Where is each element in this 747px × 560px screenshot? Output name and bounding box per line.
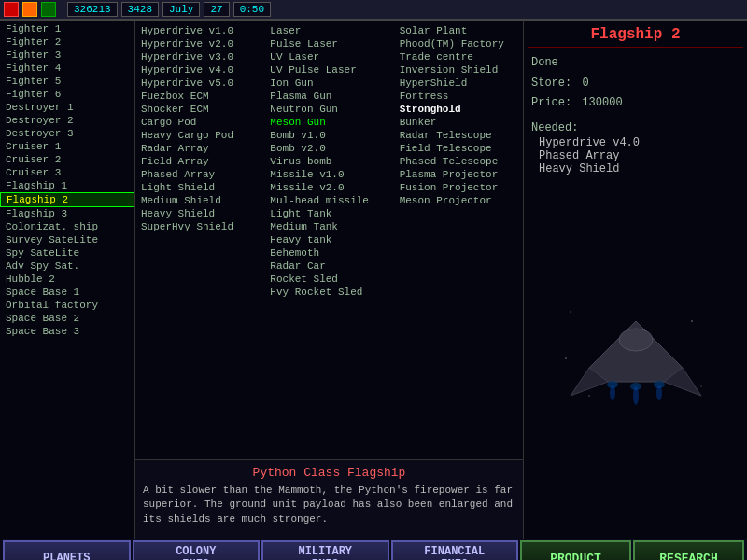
ship-item[interactable]: Space Base 2 xyxy=(0,312,134,325)
store-value: 0 xyxy=(582,77,588,90)
needed-label: Needed: xyxy=(531,121,740,134)
ship-item[interactable]: Cruiser 3 xyxy=(0,166,134,179)
equip-item[interactable]: Meson Projector xyxy=(398,194,519,207)
equip-col-weapons: Laser Pulse Laser UV Laser UV Pulse Lase… xyxy=(264,24,393,455)
equip-item[interactable]: Hyperdrive v4.0 xyxy=(139,63,261,77)
equip-item[interactable]: Phased Array xyxy=(139,168,261,181)
equip-item[interactable]: Light Shield xyxy=(139,181,261,194)
ship-item[interactable]: Fighter 4 xyxy=(0,62,134,75)
equipment-area: Hyperdrive v1.0 Hyperdrive v2.0 Hyperdri… xyxy=(135,21,523,459)
equip-item[interactable]: Laser xyxy=(268,24,389,37)
equip-item[interactable]: Cargo Pod xyxy=(139,116,261,129)
colony-info-button[interactable]: COLONY INFO xyxy=(133,540,261,560)
product-button[interactable]: PRODUCT xyxy=(520,540,631,560)
equip-item[interactable]: Mul-head missile xyxy=(268,194,389,207)
ship-item[interactable]: Spy SateLite xyxy=(0,246,134,259)
minimize-btn[interactable] xyxy=(22,2,37,17)
military-info-button[interactable]: MILITARY INFO xyxy=(261,540,389,560)
equip-item[interactable]: Pulse Laser xyxy=(268,37,389,50)
equip-item[interactable]: Light Tank xyxy=(268,207,389,220)
ship-item[interactable]: Space Base 3 xyxy=(0,325,134,338)
flagship-info: Done Store: 0 Price: 130000 xyxy=(524,49,747,118)
equip-item[interactable]: Radar Array xyxy=(139,142,261,155)
equip-item[interactable]: HyperShield xyxy=(398,77,519,90)
ship-item-flagship2[interactable]: Flagship 2 xyxy=(0,192,134,207)
ship-item[interactable]: Hubble 2 xyxy=(0,273,134,286)
equip-item[interactable]: Phood(TM) Factory xyxy=(398,37,519,50)
military-info-label: MILITARY xyxy=(298,545,352,558)
planets-button[interactable]: PLANETS xyxy=(3,540,131,560)
description-title: Python Class Flagship xyxy=(143,466,515,480)
ship-item[interactable]: Adv Spy Sat. xyxy=(0,259,134,273)
svg-point-14 xyxy=(656,385,662,400)
maximize-btn[interactable] xyxy=(41,2,56,17)
store-label: Store: xyxy=(531,77,571,90)
equip-item[interactable]: Plasma Projector xyxy=(398,168,519,181)
equip-item[interactable]: Ion Gun xyxy=(268,77,389,90)
equip-item[interactable]: Radar Car xyxy=(268,259,389,273)
equip-item[interactable]: Bomb v1.0 xyxy=(268,129,389,142)
ship-item[interactable]: Flagship 1 xyxy=(0,179,134,192)
equip-item[interactable]: Trade centre xyxy=(398,50,519,63)
equip-item[interactable]: Medium Tank xyxy=(268,220,389,233)
close-btn[interactable] xyxy=(4,2,19,17)
equip-item[interactable]: Heavy Cargo Pod xyxy=(139,129,261,142)
ship-item[interactable]: Survey SateLite xyxy=(0,233,134,246)
equip-item[interactable]: Fortress xyxy=(398,90,519,103)
equip-item[interactable]: Field Array xyxy=(139,155,261,168)
equip-item[interactable]: Hvy Rocket Sled xyxy=(268,286,389,299)
equip-item[interactable]: Hyperdrive v1.0 xyxy=(139,24,261,37)
day-display: 27 xyxy=(204,2,229,17)
equip-item[interactable]: Behemoth xyxy=(268,246,389,259)
ship-item[interactable]: Fighter 1 xyxy=(0,22,134,35)
equip-item[interactable]: Missile v1.0 xyxy=(268,168,389,181)
equip-item[interactable]: Inversion Shield xyxy=(398,63,519,77)
ship-item[interactable]: Destroyer 1 xyxy=(0,101,134,114)
financial-info-button[interactable]: FINANCIAL INFO xyxy=(391,540,519,560)
ship-item[interactable]: Orbital factory xyxy=(0,299,134,312)
equip-item[interactable]: Heavy tank xyxy=(268,233,389,246)
equip-item[interactable]: UV Laser xyxy=(268,50,389,63)
equip-item[interactable]: Rocket Sled xyxy=(268,273,389,286)
equip-item[interactable]: Phased Telescope xyxy=(398,155,519,168)
equip-item[interactable]: Medium Shield xyxy=(139,194,261,207)
research-button[interactable]: RESEARCH xyxy=(633,540,744,560)
equip-item-meson[interactable]: Meson Gun xyxy=(268,116,389,129)
equip-item-stronghold[interactable]: Stronghold xyxy=(398,103,519,116)
ship-item[interactable]: Fighter 3 xyxy=(0,49,134,62)
equip-item[interactable]: Neutron Gun xyxy=(268,103,389,116)
ship-item[interactable]: Destroyer 3 xyxy=(0,127,134,140)
ship-item[interactable]: Colonizat. ship xyxy=(0,220,134,233)
svg-point-3 xyxy=(700,385,702,387)
equip-item[interactable]: Radar Telescope xyxy=(398,129,519,142)
ship-item[interactable]: Cruiser 2 xyxy=(0,153,134,166)
svg-point-13 xyxy=(633,386,639,405)
equip-item[interactable]: Shocker ECM xyxy=(139,103,261,116)
equip-item[interactable]: Hyperdrive v2.0 xyxy=(139,37,261,50)
equip-item[interactable]: UV Pulse Laser xyxy=(268,63,389,77)
equip-item[interactable]: Virus bomb xyxy=(268,155,389,168)
equip-item[interactable]: Fusion Projector xyxy=(398,181,519,194)
ship-item[interactable]: Cruiser 1 xyxy=(0,140,134,153)
equip-item[interactable]: Plasma Gun xyxy=(268,90,389,103)
equip-item[interactable]: SuperHvy Shield xyxy=(139,220,261,233)
equip-item[interactable]: Fuezbox ECM xyxy=(139,90,261,103)
equip-item[interactable]: Hyperdrive v3.0 xyxy=(139,50,261,63)
svg-point-12 xyxy=(610,385,615,400)
ship-item[interactable]: Fighter 6 xyxy=(0,88,134,101)
equip-item[interactable]: Bomb v2.0 xyxy=(268,142,389,155)
equip-item[interactable]: Field Telescope xyxy=(398,142,519,155)
needed-item: Heavy Shield xyxy=(531,162,740,175)
ship-item[interactable]: Destroyer 2 xyxy=(0,114,134,127)
svg-point-2 xyxy=(588,395,590,397)
equip-item[interactable]: Solar Plant xyxy=(398,24,519,37)
equip-item[interactable]: Heavy Shield xyxy=(139,207,261,220)
ship-item[interactable]: Fighter 5 xyxy=(0,75,134,88)
ship-item[interactable]: Fighter 2 xyxy=(0,35,134,49)
equip-item[interactable]: Hyperdrive v5.0 xyxy=(139,77,261,90)
equip-item[interactable]: Missile v2.0 xyxy=(268,181,389,194)
description-area: Python Class Flagship A bit slower than … xyxy=(135,459,523,539)
ship-item[interactable]: Space Base 1 xyxy=(0,286,134,299)
equip-item[interactable]: Bunker xyxy=(398,116,519,129)
ship-item[interactable]: Flagship 3 xyxy=(0,207,134,220)
